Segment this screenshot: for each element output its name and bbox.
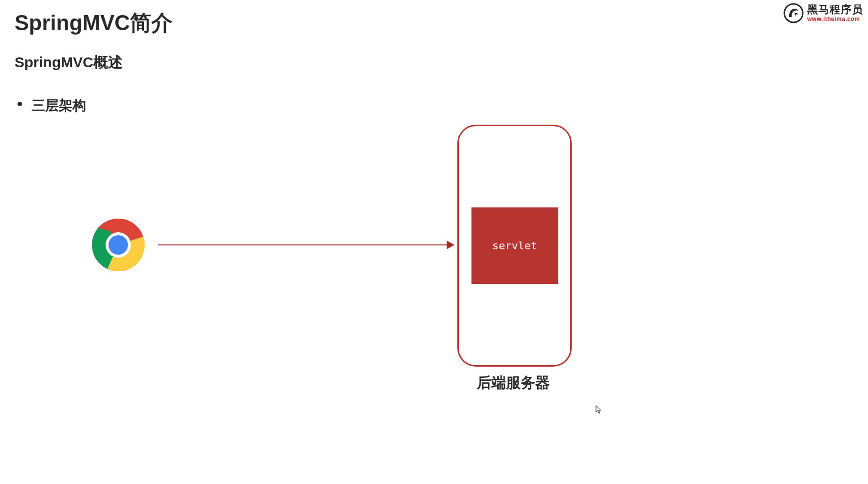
bullet-item: 三层架构: [15, 96, 86, 115]
svg-point-0: [784, 4, 803, 22]
itheima-logo-icon: [783, 2, 804, 24]
architecture-diagram: servlet 后端服务器: [0, 122, 868, 414]
request-arrow-head: [447, 241, 454, 249]
page-subtitle: SpringMVC概述: [15, 53, 123, 73]
servlet-box: servlet: [471, 207, 558, 284]
request-arrow-line: [158, 244, 452, 245]
brand-name: 黑马程序员: [807, 4, 863, 16]
bullet-list: 三层架构: [15, 96, 86, 115]
page-title: SpringMVC简介: [15, 9, 173, 37]
chrome-browser-icon: [91, 218, 145, 272]
brand-url: www.itheima.com: [807, 16, 863, 22]
brand-logo: 黑马程序员 www.itheima.com: [783, 2, 863, 24]
mouse-cursor-icon: [596, 405, 602, 414]
backend-server-label: 后端服务器: [477, 373, 550, 393]
servlet-label: servlet: [492, 240, 538, 252]
svg-point-4: [108, 235, 128, 255]
